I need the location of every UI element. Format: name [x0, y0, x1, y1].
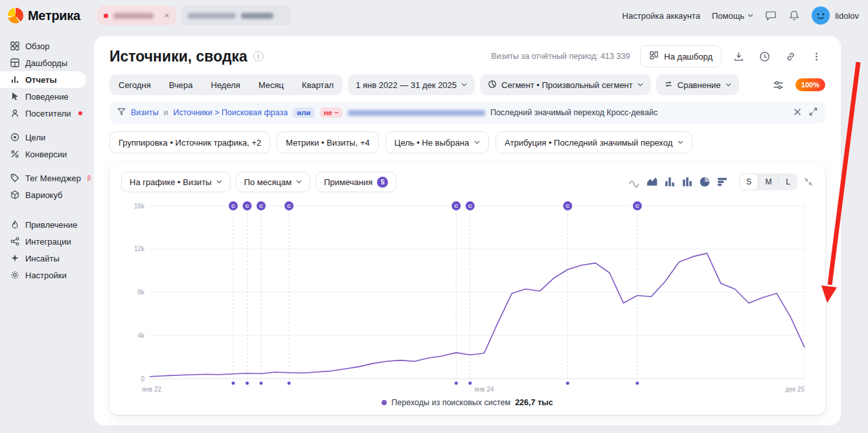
sidebar-item-visitors[interactable]: Посетители [0, 105, 94, 122]
clear-filter-icon[interactable] [794, 108, 801, 118]
on-chart-metric-label: На графике • Визиты [130, 177, 212, 187]
period-selector: Сегодня Вчера Неделя Месяц Квартал [109, 74, 343, 95]
size-medium-button[interactable]: M [759, 173, 778, 190]
counter-tab-2[interactable] [181, 6, 291, 25]
filter-metric-link[interactable]: Визиты [131, 108, 159, 117]
redacted-counter-name [113, 13, 154, 19]
svg-text:янв 24: янв 24 [474, 386, 494, 393]
svg-text:C: C [565, 203, 569, 209]
username: lidolov [835, 11, 859, 21]
svg-text:8k: 8k [137, 289, 145, 296]
info-icon[interactable]: i [253, 51, 264, 61]
goal-dropdown[interactable]: Цель • Не выбрана [385, 131, 489, 153]
svg-text:C: C [454, 203, 458, 209]
column-chart-icon[interactable] [664, 176, 676, 188]
sidebar-item-label: Посетители [25, 109, 71, 118]
sparkle-icon [10, 254, 19, 263]
get-link-icon[interactable] [781, 47, 799, 65]
traffic-line-chart[interactable]: 04k8k12k16kянв 22янв 24дек 25CCCCCCCC [121, 196, 814, 397]
redacted-counter-name [188, 13, 236, 19]
segment-dropdown[interactable]: Сегмент • Произвольный сегмент [480, 74, 651, 95]
attribution-dropdown[interactable]: Атрибуция • Последний значимый переход [496, 131, 692, 153]
chat-icon[interactable] [765, 10, 777, 21]
svg-text:C: C [468, 203, 472, 209]
account-settings-link[interactable]: Настройка аккаунта [622, 11, 700, 21]
svg-text:16k: 16k [134, 203, 145, 210]
sidebar-item-label: Цели [25, 133, 45, 142]
to-dashboard-button[interactable]: На дашборд [640, 45, 722, 67]
sidebar-item-settings[interactable]: Настройки [0, 267, 94, 283]
sidebar-item-label: Дашборды [25, 58, 67, 68]
attribution-label: Атрибуция • Последний значимый переход [505, 138, 672, 148]
sampling-accuracy-badge[interactable]: 100% [795, 78, 825, 91]
smooth-line-chart-icon[interactable] [629, 176, 641, 188]
granularity-dropdown[interactable]: По месяцам [236, 172, 311, 192]
operator-or-chip: или [293, 107, 314, 118]
share-nodes-icon [10, 237, 19, 246]
sidebar-item-overview[interactable]: Обзор [0, 38, 94, 54]
collapse-icon[interactable] [803, 177, 814, 187]
segmentation-bar: Визиты и Источники > Поисковая фраза или… [109, 102, 825, 124]
sidebar-item-attraction[interactable]: Привлечение [0, 216, 94, 233]
gear-icon [10, 271, 19, 280]
download-icon[interactable] [729, 47, 748, 65]
page-title: Источники, сводка [109, 48, 247, 65]
sidebar-item-reports[interactable]: Отчеты [0, 71, 86, 88]
chevron-down-icon [296, 180, 302, 184]
sidebar-item-goals[interactable]: Цели [0, 129, 94, 146]
sidebar-item-label: Привлечение [25, 220, 78, 230]
sidebar-item-behavior[interactable]: Поведение [0, 88, 94, 105]
size-small-button[interactable]: S [739, 173, 759, 190]
period-today[interactable]: Сегодня [109, 74, 160, 95]
filter-attribution-text: Последний значимый переход Кросс-девайс [490, 108, 657, 117]
svg-text:4k: 4k [137, 332, 145, 339]
operator-and: и [164, 108, 168, 117]
sidebar-item-variocube[interactable]: Вариокуб [0, 186, 94, 203]
notifications-bell-icon[interactable] [788, 10, 800, 21]
svg-text:C: C [231, 203, 235, 209]
sidebar-item-label: Обзор [25, 41, 50, 51]
stacked-column-chart-icon[interactable] [681, 176, 693, 188]
counter-tab-1[interactable]: ✕ [97, 6, 176, 25]
filter-dimension-link[interactable]: Источники > Поисковая фраза [173, 108, 288, 117]
sidebar-item-dashboards[interactable]: Дашборды [0, 54, 94, 71]
date-range-dropdown[interactable]: 1 янв 2022 — 31 дек 2025 [348, 74, 475, 95]
sidebar-item-insights[interactable]: Инсайты [0, 250, 94, 267]
history-clock-icon[interactable] [755, 47, 773, 65]
notes-button[interactable]: Примечания 5 [315, 172, 396, 192]
segment-pie-icon [488, 80, 497, 91]
sidebar-item-integrations[interactable]: Интеграции [0, 233, 94, 250]
size-large-button[interactable]: L [778, 173, 797, 190]
on-chart-metric-dropdown[interactable]: На графике • Визиты [121, 172, 231, 192]
metrica-logo[interactable]: Метрика [8, 8, 91, 23]
chart-legend[interactable]: Переходы из поисковых систем 226,7 тыс [121, 397, 814, 410]
svg-text:C: C [635, 203, 639, 209]
sidebar-item-label: Конверсии [25, 150, 67, 159]
chart-size-selector: S M L [739, 173, 797, 190]
segment-value: Сегмент • Произвольный сегмент [501, 80, 633, 90]
sliders-icon[interactable] [770, 76, 788, 94]
metrics-button[interactable]: Метрики • Визиты, +4 [277, 131, 378, 153]
sidebar-item-label: Поведение [25, 92, 69, 102]
bar-chart-horizontal-icon[interactable] [716, 176, 728, 188]
close-icon[interactable]: ✕ [164, 12, 170, 20]
more-menu-icon[interactable] [807, 47, 825, 65]
sidebar-item-tag-manager[interactable]: Тег Менеджер β [0, 170, 94, 186]
period-month[interactable]: Месяц [249, 74, 293, 95]
help-menu[interactable]: Помощь [712, 11, 753, 21]
period-quarter[interactable]: Квартал [293, 74, 343, 95]
sidebar-item-label: Интеграции [25, 237, 71, 247]
sidebar-item-conversions[interactable]: Конверсии [0, 146, 94, 162]
redacted-counter-id [241, 13, 273, 19]
area-chart-icon[interactable] [646, 176, 658, 188]
period-yesterday[interactable]: Вчера [160, 74, 202, 95]
title-row: Источники, сводка i Визиты за отчётный п… [109, 45, 825, 67]
user-menu[interactable]: lidolov [812, 6, 859, 25]
grouping-button[interactable]: Группировка • Источник трафика, +2 [109, 131, 270, 153]
pie-chart-icon[interactable] [699, 176, 711, 188]
grid-icon [10, 41, 19, 50]
period-week[interactable]: Неделя [202, 74, 249, 95]
expand-icon[interactable] [809, 107, 817, 118]
comparison-dropdown[interactable]: Сравнение [656, 74, 739, 95]
beta-badge: β [87, 175, 91, 181]
